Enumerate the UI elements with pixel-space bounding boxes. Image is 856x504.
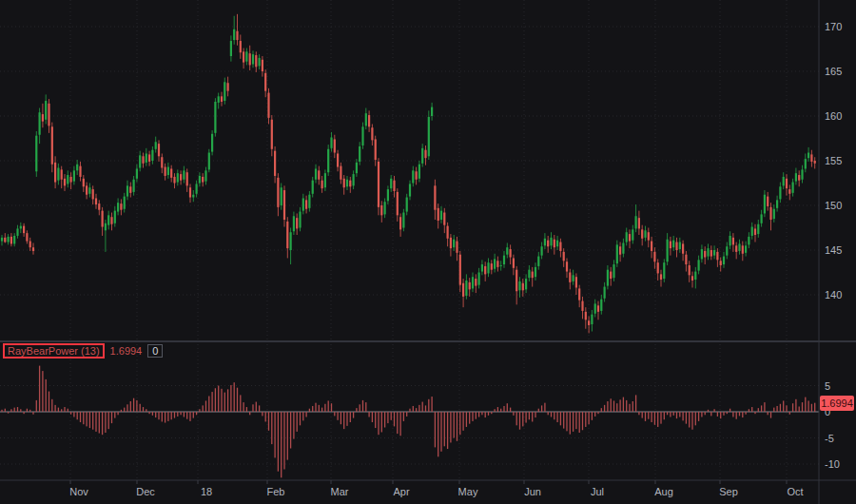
- histogram-bar: [399, 412, 400, 436]
- price-axis-label: 150: [825, 200, 842, 211]
- histogram-bar: [315, 403, 316, 412]
- histogram-bar: [629, 404, 630, 412]
- histogram-bar: [751, 407, 752, 412]
- histogram-bar: [274, 412, 275, 457]
- time-axis[interactable]: NovDec18FebMarAprMayJunJulAugSepOct: [0, 480, 856, 504]
- histogram-bar: [224, 393, 225, 412]
- histogram-bar: [99, 412, 100, 434]
- histogram-bar: [1, 410, 2, 412]
- histogram-bar: [49, 392, 49, 412]
- histogram-bar: [365, 402, 366, 412]
- histogram-bar: [167, 412, 168, 421]
- price-axis-label: 170: [825, 21, 842, 32]
- histogram-bar: [789, 412, 790, 415]
- histogram-bar: [5, 409, 6, 412]
- histogram-bar: [234, 382, 235, 412]
- histogram-bar: [133, 398, 134, 412]
- histogram-bar: [594, 412, 595, 417]
- histogram-bar: [611, 398, 612, 412]
- histogram-bar: [121, 410, 122, 412]
- histogram-bar: [61, 409, 62, 412]
- indicator-axis[interactable]: 50-5-10: [820, 342, 856, 480]
- histogram-bar: [749, 409, 749, 412]
- histogram-bar: [42, 371, 43, 412]
- price-axis-label: 165: [825, 66, 842, 77]
- histogram-bar: [89, 412, 90, 428]
- histogram-bar: [691, 412, 692, 430]
- histogram-bar: [548, 412, 549, 415]
- price-axis[interactable]: 170165160155150145140: [820, 0, 856, 340]
- histogram-bar: [46, 379, 47, 412]
- histogram-bar: [203, 405, 204, 412]
- histogram-bar: [218, 386, 219, 413]
- histogram-bar: [723, 412, 724, 416]
- histogram-bar: [148, 412, 149, 414]
- histogram-bar: [262, 412, 263, 416]
- histogram-bar: [268, 412, 269, 431]
- histogram-bar: [23, 412, 24, 414]
- histogram-bar: [384, 412, 385, 428]
- histogram-bar: [679, 412, 680, 417]
- histogram-bar: [337, 412, 338, 420]
- histogram-bar: [579, 412, 580, 433]
- histogram-bar: [68, 409, 68, 412]
- histogram-bar: [92, 412, 93, 430]
- histogram-bar: [673, 412, 674, 416]
- histogram-bar: [664, 412, 665, 419]
- histogram-bar: [102, 412, 103, 435]
- histogram-bar: [416, 408, 417, 412]
- histogram-bar: [240, 395, 241, 412]
- candle: [214, 98, 216, 136]
- histogram-bar: [638, 412, 639, 415]
- chart-canvas[interactable]: [0, 0, 856, 504]
- histogram-bar: [732, 412, 733, 417]
- histogram-bar: [544, 403, 545, 412]
- histogram-bar: [136, 400, 137, 412]
- histogram-bar: [353, 412, 354, 418]
- histogram-bar: [14, 408, 15, 412]
- histogram-bar: [281, 412, 282, 477]
- histogram-bar: [604, 405, 605, 412]
- histogram-bar: [588, 412, 589, 424]
- histogram-bar: [648, 412, 649, 419]
- histogram-bar: [375, 412, 376, 428]
- candle: [211, 130, 213, 155]
- histogram-bar: [563, 412, 564, 429]
- histogram-bar: [522, 412, 523, 426]
- histogram-bar: [271, 412, 272, 444]
- histogram-bar: [447, 412, 448, 449]
- histogram-bar: [476, 412, 477, 419]
- candle: [378, 158, 379, 215]
- histogram-bar: [394, 412, 395, 426]
- histogram-bar: [592, 412, 593, 420]
- histogram-bar: [497, 407, 498, 412]
- histogram-bar: [811, 404, 812, 412]
- histogram-bar: [230, 385, 231, 412]
- indicator-title[interactable]: RayBearPower (13): [3, 343, 105, 359]
- histogram-bar: [278, 412, 279, 472]
- histogram-bar: [32, 412, 33, 415]
- price-axis-label: 145: [825, 244, 842, 256]
- histogram-bar: [454, 412, 455, 438]
- histogram-bar: [368, 412, 369, 417]
- histogram-bar: [73, 412, 74, 417]
- histogram-bar: [140, 404, 141, 412]
- histogram-bar: [108, 412, 109, 429]
- indicator-zero-value: 0: [147, 344, 163, 358]
- histogram-bar: [328, 400, 329, 412]
- histogram-bar: [54, 405, 55, 412]
- histogram-bar: [500, 409, 501, 412]
- histogram-bar: [623, 397, 624, 412]
- price-axis-label: 160: [825, 110, 842, 122]
- histogram-bar: [180, 412, 181, 415]
- histogram-bar: [340, 412, 341, 424]
- histogram-bar: [708, 410, 709, 412]
- histogram-bar: [362, 400, 363, 412]
- histogram-bar: [158, 412, 159, 419]
- histogram-bar: [730, 409, 730, 412]
- histogram-bar: [570, 412, 571, 435]
- histogram-bar: [573, 412, 574, 432]
- histogram-bar: [462, 412, 463, 431]
- histogram-bar: [742, 412, 743, 417]
- histogram-bar: [786, 405, 787, 412]
